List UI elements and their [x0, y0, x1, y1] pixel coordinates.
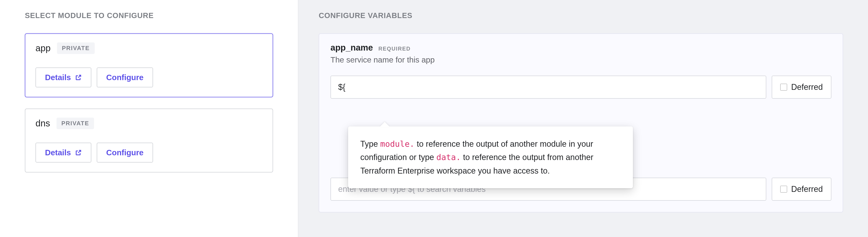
interpolation-hint-tooltip: Type module. to reference the output of … [348, 126, 633, 188]
code-module-icon: module. [380, 139, 414, 148]
module-head: app PRIVATE [35, 42, 262, 54]
required-badge: REQUIRED [378, 45, 411, 52]
module-actions: Details Configure [35, 143, 262, 163]
details-label: Details [45, 148, 71, 157]
module-actions: Details Configure [35, 67, 262, 87]
module-card-app[interactable]: app PRIVATE Details Configure [25, 33, 273, 97]
variable-header: app_name REQUIRED [331, 43, 831, 53]
module-head: dns PRIVATE [35, 117, 262, 129]
external-link-icon [75, 74, 82, 81]
module-name: dns [35, 118, 50, 129]
variable-name: app_name [331, 43, 373, 53]
variable-value-input[interactable] [331, 76, 766, 99]
hint-text-1: Type [360, 139, 380, 148]
configure-label: Configure [106, 73, 144, 82]
details-label: Details [45, 73, 71, 82]
configure-button[interactable]: Configure [97, 67, 153, 87]
deferred-label: Deferred [791, 82, 823, 92]
deferred-toggle[interactable]: Deferred [772, 76, 831, 99]
external-link-icon [75, 149, 82, 156]
deferred-checkbox-2[interactable] [780, 186, 787, 193]
module-card-dns[interactable]: dns PRIVATE Details Configure [25, 108, 273, 172]
visibility-badge: PRIVATE [57, 42, 95, 54]
right-section-title: CONFIGURE VARIABLES [319, 11, 843, 20]
deferred-toggle-2[interactable]: Deferred [772, 178, 831, 201]
details-button[interactable]: Details [35, 67, 91, 87]
deferred-label-2: Deferred [791, 184, 823, 194]
module-name: app [35, 43, 51, 53]
left-section-title: SELECT MODULE TO CONFIGURE [25, 11, 273, 20]
visibility-badge: PRIVATE [57, 117, 94, 129]
configure-variables-pane: CONFIGURE VARIABLES app_name REQUIRED Th… [298, 0, 868, 237]
code-data-icon: data. [436, 153, 461, 162]
configure-label: Configure [106, 148, 144, 157]
module-select-pane: SELECT MODULE TO CONFIGURE app PRIVATE D… [0, 0, 298, 237]
details-button[interactable]: Details [35, 143, 91, 163]
configure-button[interactable]: Configure [97, 143, 153, 163]
variable-input-row: Deferred [331, 76, 831, 99]
variable-description: The service name for this app [331, 55, 831, 64]
deferred-checkbox[interactable] [780, 84, 787, 91]
